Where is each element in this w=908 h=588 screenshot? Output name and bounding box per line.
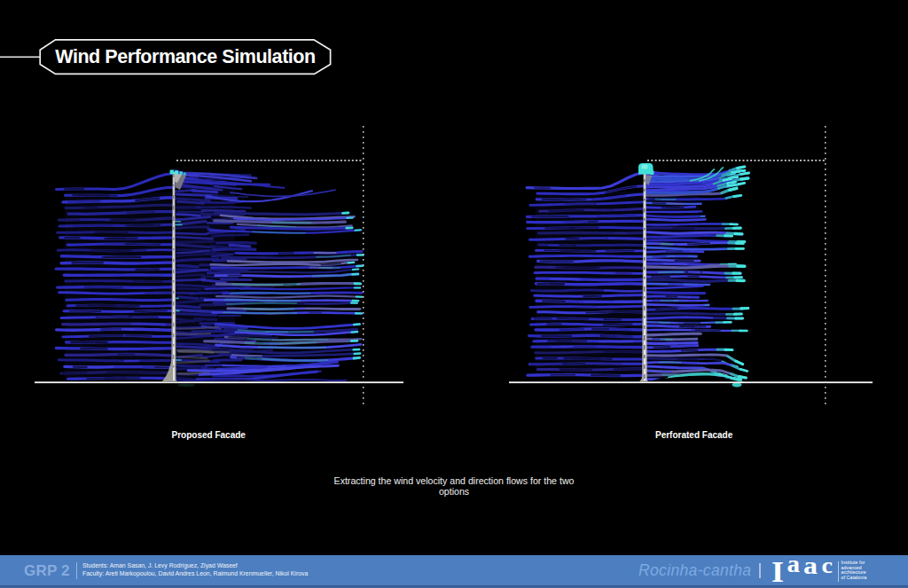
svg-text:a: a [803,551,818,578]
svg-text:a: a [787,550,801,577]
svg-text:c: c [822,553,834,578]
svg-text:I: I [771,555,784,587]
